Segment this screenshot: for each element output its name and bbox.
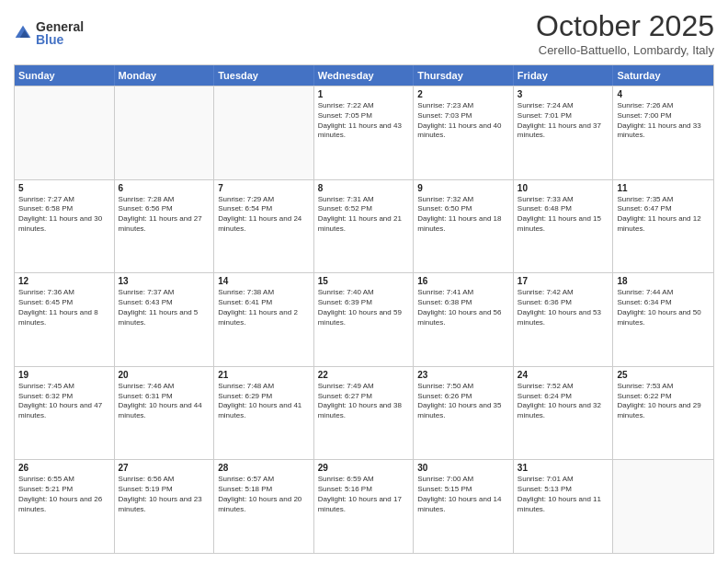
empty-cell bbox=[15, 86, 115, 179]
day-info: Sunrise: 7:24 AMSunset: 7:01 PMDaylight:… bbox=[518, 101, 609, 141]
day-cell-21: 21Sunrise: 7:48 AMSunset: 6:29 PMDayligh… bbox=[214, 367, 314, 460]
day-info: Sunrise: 7:40 AMSunset: 6:39 PMDaylight:… bbox=[318, 288, 410, 327]
day-info: Sunrise: 7:36 AMSunset: 6:45 PMDaylight:… bbox=[18, 288, 110, 327]
day-cell-5: 5Sunrise: 7:27 AMSunset: 6:58 PMDaylight… bbox=[15, 180, 115, 273]
day-cell-24: 24Sunrise: 7:52 AMSunset: 6:24 PMDayligh… bbox=[514, 367, 614, 460]
day-cell-28: 28Sunrise: 6:57 AMSunset: 5:18 PMDayligh… bbox=[214, 460, 314, 553]
day-info: Sunrise: 6:59 AMSunset: 5:16 PMDaylight:… bbox=[318, 475, 410, 514]
day-cell-16: 16Sunrise: 7:41 AMSunset: 6:38 PMDayligh… bbox=[414, 273, 514, 366]
day-cell-14: 14Sunrise: 7:38 AMSunset: 6:41 PMDayligh… bbox=[214, 273, 314, 366]
day-number: 30 bbox=[417, 463, 509, 473]
day-number: 6 bbox=[119, 183, 210, 193]
logo-blue: Blue bbox=[36, 33, 84, 46]
day-info: Sunrise: 7:00 AMSunset: 5:15 PMDaylight:… bbox=[417, 475, 509, 514]
day-number: 7 bbox=[218, 183, 310, 193]
day-info: Sunrise: 7:27 AMSunset: 6:58 PMDaylight:… bbox=[18, 195, 110, 235]
calendar-row-0: 1Sunrise: 7:22 AMSunset: 7:05 PMDaylight… bbox=[15, 86, 713, 179]
day-cell-18: 18Sunrise: 7:44 AMSunset: 6:34 PMDayligh… bbox=[613, 273, 713, 366]
day-number: 26 bbox=[18, 463, 110, 473]
day-cell-29: 29Sunrise: 6:59 AMSunset: 5:16 PMDayligh… bbox=[314, 460, 415, 553]
day-number: 23 bbox=[417, 370, 509, 380]
calendar: SundayMondayTuesdayWednesdayThursdayFrid… bbox=[14, 64, 714, 554]
day-number: 15 bbox=[318, 276, 410, 286]
day-number: 24 bbox=[518, 370, 609, 380]
day-info: Sunrise: 7:41 AMSunset: 6:38 PMDaylight:… bbox=[417, 288, 509, 327]
day-cell-22: 22Sunrise: 7:49 AMSunset: 6:27 PMDayligh… bbox=[314, 367, 415, 460]
day-info: Sunrise: 7:32 AMSunset: 6:50 PMDaylight:… bbox=[417, 195, 509, 235]
day-info: Sunrise: 6:55 AMSunset: 5:21 PMDaylight:… bbox=[18, 475, 110, 514]
day-info: Sunrise: 7:23 AMSunset: 7:03 PMDaylight:… bbox=[417, 101, 509, 141]
day-info: Sunrise: 7:37 AMSunset: 6:43 PMDaylight:… bbox=[119, 288, 210, 327]
logo: General Blue bbox=[14, 20, 84, 46]
day-number: 18 bbox=[617, 276, 710, 286]
day-number: 5 bbox=[18, 183, 110, 193]
day-number: 28 bbox=[218, 463, 310, 473]
day-cell-11: 11Sunrise: 7:35 AMSunset: 6:47 PMDayligh… bbox=[613, 180, 713, 273]
day-number: 14 bbox=[218, 276, 310, 286]
header-day-wednesday: Wednesday bbox=[314, 65, 415, 86]
empty-cell bbox=[613, 460, 713, 553]
day-info: Sunrise: 7:52 AMSunset: 6:24 PMDaylight:… bbox=[518, 382, 609, 421]
day-number: 11 bbox=[617, 183, 710, 193]
month-title: October 2025 bbox=[536, 9, 714, 43]
day-number: 16 bbox=[417, 276, 509, 286]
day-number: 13 bbox=[119, 276, 210, 286]
location: Cerello-Battuello, Lombardy, Italy bbox=[536, 43, 714, 57]
day-number: 3 bbox=[518, 89, 609, 99]
day-info: Sunrise: 7:28 AMSunset: 6:56 PMDaylight:… bbox=[119, 195, 210, 235]
day-number: 17 bbox=[518, 276, 609, 286]
day-number: 19 bbox=[18, 370, 110, 380]
day-info: Sunrise: 6:57 AMSunset: 5:18 PMDaylight:… bbox=[218, 475, 310, 514]
day-cell-31: 31Sunrise: 7:01 AMSunset: 5:13 PMDayligh… bbox=[514, 460, 614, 553]
day-number: 4 bbox=[617, 89, 710, 99]
day-cell-20: 20Sunrise: 7:46 AMSunset: 6:31 PMDayligh… bbox=[115, 367, 215, 460]
day-cell-3: 3Sunrise: 7:24 AMSunset: 7:01 PMDaylight… bbox=[514, 86, 614, 179]
day-info: Sunrise: 7:53 AMSunset: 6:22 PMDaylight:… bbox=[617, 382, 710, 421]
day-info: Sunrise: 7:38 AMSunset: 6:41 PMDaylight:… bbox=[218, 288, 310, 327]
day-number: 20 bbox=[119, 370, 210, 380]
day-cell-9: 9Sunrise: 7:32 AMSunset: 6:50 PMDaylight… bbox=[414, 180, 514, 273]
day-info: Sunrise: 7:49 AMSunset: 6:27 PMDaylight:… bbox=[318, 382, 410, 421]
calendar-row-1: 5Sunrise: 7:27 AMSunset: 6:58 PMDaylight… bbox=[15, 179, 713, 273]
day-cell-1: 1Sunrise: 7:22 AMSunset: 7:05 PMDaylight… bbox=[314, 86, 415, 179]
day-cell-10: 10Sunrise: 7:33 AMSunset: 6:48 PMDayligh… bbox=[514, 180, 614, 273]
day-cell-23: 23Sunrise: 7:50 AMSunset: 6:26 PMDayligh… bbox=[414, 367, 514, 460]
day-cell-27: 27Sunrise: 6:56 AMSunset: 5:19 PMDayligh… bbox=[115, 460, 215, 553]
day-number: 1 bbox=[318, 89, 410, 99]
day-info: Sunrise: 7:01 AMSunset: 5:13 PMDaylight:… bbox=[518, 475, 609, 514]
day-info: Sunrise: 7:22 AMSunset: 7:05 PMDaylight:… bbox=[318, 101, 410, 141]
title-block: October 2025 Cerello-Battuello, Lombardy… bbox=[536, 9, 714, 57]
day-cell-25: 25Sunrise: 7:53 AMSunset: 6:22 PMDayligh… bbox=[613, 367, 713, 460]
day-number: 27 bbox=[119, 463, 210, 473]
day-number: 9 bbox=[417, 183, 509, 193]
calendar-row-3: 19Sunrise: 7:45 AMSunset: 6:32 PMDayligh… bbox=[15, 366, 713, 460]
day-number: 10 bbox=[518, 183, 609, 193]
day-info: Sunrise: 6:56 AMSunset: 5:19 PMDaylight:… bbox=[119, 475, 210, 514]
page-header: General Blue October 2025 Cerello-Battue… bbox=[14, 9, 714, 57]
day-number: 2 bbox=[417, 89, 509, 99]
day-cell-7: 7Sunrise: 7:29 AMSunset: 6:54 PMDaylight… bbox=[214, 180, 314, 273]
calendar-row-4: 26Sunrise: 6:55 AMSunset: 5:21 PMDayligh… bbox=[15, 459, 713, 553]
header-day-thursday: Thursday bbox=[414, 65, 514, 86]
day-info: Sunrise: 7:29 AMSunset: 6:54 PMDaylight:… bbox=[218, 195, 310, 235]
day-info: Sunrise: 7:31 AMSunset: 6:52 PMDaylight:… bbox=[318, 195, 410, 235]
day-info: Sunrise: 7:33 AMSunset: 6:48 PMDaylight:… bbox=[518, 195, 609, 235]
empty-cell bbox=[115, 86, 215, 179]
day-cell-26: 26Sunrise: 6:55 AMSunset: 5:21 PMDayligh… bbox=[15, 460, 115, 553]
day-cell-15: 15Sunrise: 7:40 AMSunset: 6:39 PMDayligh… bbox=[314, 273, 415, 366]
logo-general: General bbox=[36, 20, 84, 33]
day-cell-6: 6Sunrise: 7:28 AMSunset: 6:56 PMDaylight… bbox=[115, 180, 215, 273]
calendar-row-2: 12Sunrise: 7:36 AMSunset: 6:45 PMDayligh… bbox=[15, 272, 713, 366]
day-cell-4: 4Sunrise: 7:26 AMSunset: 7:00 PMDaylight… bbox=[613, 86, 713, 179]
calendar-body: 1Sunrise: 7:22 AMSunset: 7:05 PMDaylight… bbox=[15, 86, 713, 553]
day-info: Sunrise: 7:46 AMSunset: 6:31 PMDaylight:… bbox=[119, 382, 210, 421]
logo-text: General Blue bbox=[36, 20, 84, 46]
day-number: 29 bbox=[318, 463, 410, 473]
day-info: Sunrise: 7:42 AMSunset: 6:36 PMDaylight:… bbox=[518, 288, 609, 327]
header-day-monday: Monday bbox=[115, 65, 215, 86]
day-cell-30: 30Sunrise: 7:00 AMSunset: 5:15 PMDayligh… bbox=[414, 460, 514, 553]
day-cell-13: 13Sunrise: 7:37 AMSunset: 6:43 PMDayligh… bbox=[115, 273, 215, 366]
day-info: Sunrise: 7:35 AMSunset: 6:47 PMDaylight:… bbox=[617, 195, 710, 235]
calendar-header: SundayMondayTuesdayWednesdayThursdayFrid… bbox=[15, 65, 713, 86]
day-cell-17: 17Sunrise: 7:42 AMSunset: 6:36 PMDayligh… bbox=[514, 273, 614, 366]
